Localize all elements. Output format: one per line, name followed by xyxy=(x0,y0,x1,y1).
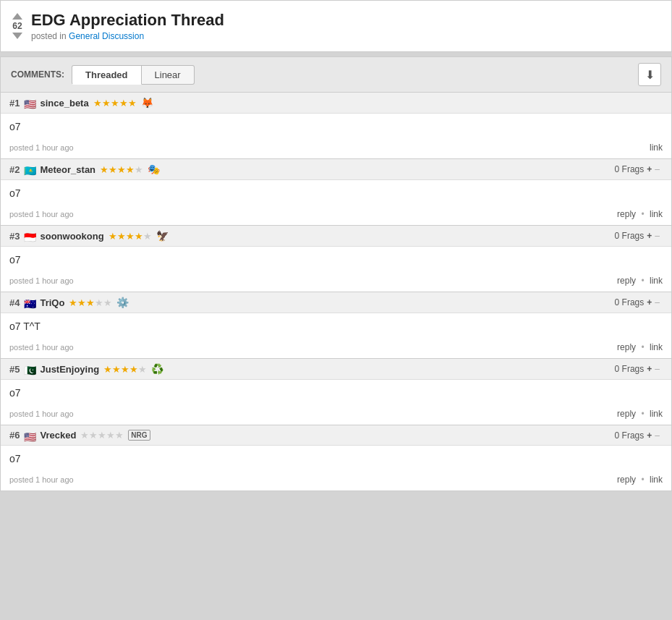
reply-button[interactable]: reply xyxy=(617,209,636,219)
comment-body: o7 xyxy=(1,380,671,406)
comments-label: COMMENTS: xyxy=(11,69,64,80)
flag-icon: 🇵🇰 xyxy=(24,365,37,373)
flag-icon: 🇺🇸 xyxy=(24,431,37,440)
thread-title: EDG Appreciation Thread xyxy=(31,11,660,30)
stars: ★★★★★ xyxy=(69,297,112,308)
stars: ★★★★★ xyxy=(103,364,147,375)
reply-button[interactable]: reply xyxy=(617,276,636,286)
comment-footer: posted 1 hour ago link xyxy=(1,140,671,158)
comment-header-left: #3 🇮🇩 soonwookong ★★★★★ 🦅 xyxy=(9,230,169,242)
download-icon: ⬇ xyxy=(645,68,655,82)
comment-header: #2 🇰🇿 Meteor_stan ★★★★★ 🎭 0 Frags + – xyxy=(1,159,671,180)
comment-num: #5 xyxy=(9,364,20,375)
flag-icon: 🇺🇸 xyxy=(24,98,37,107)
flag-icon: 🇮🇩 xyxy=(24,232,37,240)
comment-footer: posted 1 hour ago reply • link xyxy=(1,206,671,225)
comment-text: o7 T^T xyxy=(9,320,663,332)
frag-plus[interactable]: + xyxy=(647,231,652,241)
vote-block: 62 xyxy=(12,13,22,39)
comment-footer: posted 1 hour ago reply • link xyxy=(1,273,671,292)
comment-num: #1 xyxy=(9,98,20,109)
download-button[interactable]: ⬇ xyxy=(638,63,661,86)
posted-time: posted 1 hour ago xyxy=(9,143,74,152)
comment-header-left: #1 🇺🇸 since_beta ★★★★★ 🦊 xyxy=(9,97,153,109)
username: TriQo xyxy=(40,297,64,308)
link-button[interactable]: link xyxy=(650,342,663,352)
comment-num: #6 xyxy=(9,430,20,441)
link-button[interactable]: link xyxy=(650,409,663,419)
vote-count: 62 xyxy=(12,21,22,31)
comment-header-left: #2 🇰🇿 Meteor_stan ★★★★★ 🎭 xyxy=(9,164,160,175)
comment-header-left: #5 🇵🇰 JustEnjoying ★★★★★ ♻️ xyxy=(9,363,163,375)
comment-header: #6 🇺🇸 Vrecked ★★★★★ NRG 0 Frags + – xyxy=(1,425,671,446)
reply-button[interactable]: reply xyxy=(617,475,636,485)
frag-count: 0 Frags xyxy=(615,430,645,441)
thread-meta: posted in General Discussion xyxy=(31,31,660,41)
category-link[interactable]: General Discussion xyxy=(69,31,144,41)
frag-controls: 0 Frags + – xyxy=(615,231,663,241)
comments-bar: COMMENTS: Threaded Linear ⬇ xyxy=(0,56,672,92)
flag-icon: 🇦🇺 xyxy=(24,298,37,307)
frag-plus[interactable]: + xyxy=(647,430,652,441)
comment-actions: reply • link xyxy=(617,475,663,485)
comment-body: o7 T^T xyxy=(1,313,671,339)
link-button[interactable]: link xyxy=(650,475,663,485)
comment-text: o7 xyxy=(9,121,663,132)
frag-count: 0 Frags xyxy=(615,164,645,174)
comment-footer: posted 1 hour ago reply • link xyxy=(1,406,671,425)
thread-title-block: EDG Appreciation Thread posted in Genera… xyxy=(31,11,660,41)
frag-count: 0 Frags xyxy=(615,231,645,241)
comment-actions: reply • link xyxy=(617,209,663,219)
comment-actions: reply • link xyxy=(617,409,663,419)
comment-actions: reply • link xyxy=(617,342,663,352)
frag-controls: 0 Frags + – xyxy=(615,297,663,307)
frag-count: 0 Frags xyxy=(615,297,645,307)
thread-header: 62 EDG Appreciation Thread posted in Gen… xyxy=(0,0,672,52)
posted-time: posted 1 hour ago xyxy=(9,210,74,218)
reply-button[interactable]: reply xyxy=(617,409,636,419)
frag-controls: 0 Frags + – xyxy=(615,164,663,174)
comment-actions: reply • link xyxy=(617,276,663,286)
comment-footer: posted 1 hour ago reply • link xyxy=(1,339,671,358)
posted-time: posted 1 hour ago xyxy=(9,475,74,484)
frag-plus[interactable]: + xyxy=(647,297,652,307)
posted-time: posted 1 hour ago xyxy=(9,409,74,418)
comment-row: #3 🇮🇩 soonwookong ★★★★★ 🦅 0 Frags + – o7… xyxy=(0,225,672,292)
frag-plus[interactable]: + xyxy=(647,164,652,174)
comment-text: o7 xyxy=(9,254,663,266)
comment-text: o7 xyxy=(9,387,663,399)
tab-linear[interactable]: Linear xyxy=(142,65,195,85)
comment-header: #1 🇺🇸 since_beta ★★★★★ 🦊 xyxy=(1,93,671,114)
comment-header: #4 🇦🇺 TriQo ★★★★★ ⚙️ 0 Frags + – xyxy=(1,292,671,313)
frag-plus[interactable]: + xyxy=(647,364,652,374)
comment-body: o7 xyxy=(1,114,671,140)
link-button[interactable]: link xyxy=(650,276,663,286)
comment-body: o7 xyxy=(1,446,671,472)
username: Meteor_stan xyxy=(40,164,95,175)
stars: ★★★★★ xyxy=(93,98,137,109)
comment-row: #5 🇵🇰 JustEnjoying ★★★★★ ♻️ 0 Frags + – … xyxy=(0,358,672,425)
frag-controls: 0 Frags + – xyxy=(615,364,663,374)
comment-header-left: #4 🇦🇺 TriQo ★★★★★ ⚙️ xyxy=(9,297,129,308)
username: Vrecked xyxy=(40,430,76,441)
link-button[interactable]: link xyxy=(650,209,663,219)
vote-down-button[interactable] xyxy=(12,33,22,39)
username: since_beta xyxy=(40,98,88,109)
vote-up-button[interactable] xyxy=(12,13,22,20)
comment-header: #5 🇵🇰 JustEnjoying ★★★★★ ♻️ 0 Frags + – xyxy=(1,359,671,380)
reply-button[interactable]: reply xyxy=(617,342,636,352)
tab-group: Threaded Linear xyxy=(72,65,195,85)
comment-footer: posted 1 hour ago reply • link xyxy=(1,472,671,491)
comment-text: o7 xyxy=(9,187,663,199)
comment-row: #2 🇰🇿 Meteor_stan ★★★★★ 🎭 0 Frags + – o7… xyxy=(0,158,672,225)
tab-threaded[interactable]: Threaded xyxy=(72,65,142,85)
posted-time: posted 1 hour ago xyxy=(9,343,74,352)
link-button[interactable]: link xyxy=(650,143,663,153)
stars: ★★★★★ xyxy=(100,164,143,175)
stars: ★★★★★ xyxy=(80,430,124,441)
comment-header: #3 🇮🇩 soonwookong ★★★★★ 🦅 0 Frags + – xyxy=(1,226,671,247)
comment-num: #4 xyxy=(9,297,20,308)
posted-time: posted 1 hour ago xyxy=(9,276,74,285)
comment-actions: link xyxy=(650,143,663,153)
comment-num: #2 xyxy=(9,164,20,175)
